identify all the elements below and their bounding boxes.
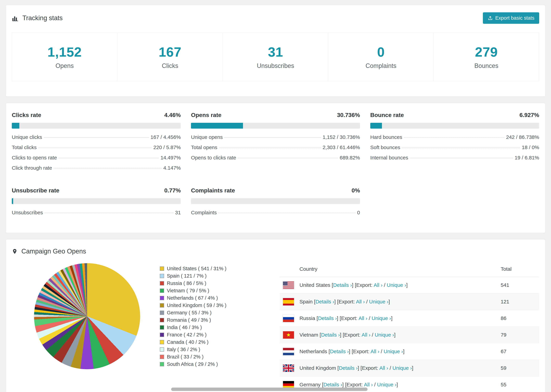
flag-vn-icon: [283, 331, 294, 339]
rate-progress-track: [191, 198, 360, 204]
dotted-leader: [402, 147, 520, 148]
legend-item-spain[interactable]: Spain ( 121 / 7% ): [160, 272, 280, 280]
legend-item-united-states[interactable]: United States ( 541 / 31% ): [160, 265, 280, 272]
legend-item-canada[interactable]: Canada ( 40 / 2% ): [160, 338, 280, 346]
rate-head: Bounce rate 6.927%: [370, 112, 539, 118]
dotted-leader: [238, 158, 338, 158]
legend-item-france[interactable]: France ( 42 / 2% ): [160, 331, 280, 338]
dotted-leader: [404, 137, 504, 138]
legend-swatch: [160, 281, 164, 286]
details-link[interactable]: Details ›: [318, 315, 337, 321]
geo-legend: United States ( 541 / 31% ) Spain ( 121 …: [160, 261, 280, 368]
rate-percent: 4.46%: [164, 112, 181, 118]
geo-table-header: Country Total: [280, 261, 539, 277]
legend-label: Spain ( 121 / 7% ): [167, 273, 206, 279]
stat-value: 0: [377, 44, 385, 60]
stat-line-value: 220 / 5.87%: [153, 145, 181, 150]
details-link[interactable]: Details ›: [315, 299, 334, 304]
dotted-leader: [410, 158, 513, 158]
tracking-stats-card: Tracking stats Export basic stats 1,152 …: [6, 5, 545, 97]
rate-progress-track: [12, 123, 181, 129]
rate-percent: 30.736%: [337, 112, 360, 118]
legend-item-netherlands[interactable]: Netherlands ( 67 / 4% ): [160, 294, 280, 302]
legend-item-germany[interactable]: Germany ( 55 / 3% ): [160, 309, 280, 316]
details-link[interactable]: Details ›: [333, 282, 352, 288]
legend-swatch: [160, 296, 164, 300]
legend-label: United Kingdom ( 59 / 3% ): [167, 302, 226, 308]
total-cell: 59: [501, 365, 539, 371]
rate-progress-fill: [370, 123, 382, 129]
export-unique-link[interactable]: Unique ›: [372, 315, 391, 321]
stat-value: 1,152: [48, 44, 82, 60]
export-unique-link[interactable]: Unique ›: [375, 332, 394, 338]
legend-swatch: [160, 362, 164, 366]
legend-item-romania[interactable]: Romania ( 49 / 3% ): [160, 316, 280, 324]
legend-item-south-africa[interactable]: South Africa ( 29 / 2% ): [160, 361, 280, 368]
legend-swatch: [160, 355, 164, 359]
export-unique-link[interactable]: Unique ›: [393, 365, 412, 371]
export-basic-stats-label: Export basic stats: [495, 15, 534, 21]
tracking-stats-title: Tracking stats: [12, 14, 63, 22]
country-cell: Germany [Details ›] [Export: All › / Uni…: [299, 382, 501, 388]
rate-block-clicks-rate: Clicks rate 4.46% Unique clicks 167 / 4.…: [12, 112, 181, 173]
dotted-leader: [219, 147, 321, 148]
legend-label: United States ( 541 / 31% ): [167, 266, 226, 271]
legend-item-italy[interactable]: Italy ( 36 / 2% ): [160, 346, 280, 353]
location-pin-icon: [12, 248, 18, 255]
geo-table-rows: United States [Details ›] [Export: All ›…: [280, 277, 539, 392]
legend-label: Italy ( 36 / 2% ): [167, 347, 200, 352]
rate-percent: 0%: [352, 187, 360, 194]
stat-line-unique-clicks: Unique clicks 167 / 4.456%: [12, 132, 181, 142]
geo-opens-title: Campaign Geo Opens: [12, 248, 539, 255]
geo-table: Country Total United States [Details ›] …: [280, 261, 539, 392]
legend-swatch: [160, 266, 164, 271]
details-link[interactable]: Details ›: [330, 349, 349, 354]
country-cell: United Kingdom [Details ›] [Export: All …: [299, 365, 501, 371]
flag-nl-icon: [283, 348, 294, 355]
legend-item-russia[interactable]: Russia ( 86 / 5% ): [160, 280, 280, 287]
stat-line-value: 18 / 0%: [522, 145, 539, 150]
stat-line-value: 689.82%: [340, 155, 360, 161]
stat-line-unsubscribes: Unsubscribes 31: [12, 207, 181, 218]
export-all-link[interactable]: All ›: [356, 299, 365, 304]
export-unique-link[interactable]: Unique ›: [369, 299, 389, 304]
legend-item-india[interactable]: India ( 46 / 3% ): [160, 324, 280, 331]
stat-line-label: Total opens: [191, 145, 217, 150]
legend-label: Romania ( 49 / 3% ): [167, 317, 211, 323]
export-all-link[interactable]: All ›: [364, 382, 373, 387]
export-basic-stats-button[interactable]: Export basic stats: [483, 12, 539, 24]
legend-item-brazil[interactable]: Brazil ( 33 / 2% ): [160, 353, 280, 361]
legend-swatch: [160, 340, 164, 344]
stat-box-opens: 1,152 Opens: [12, 33, 117, 81]
rate-head: Opens rate 30.736%: [191, 112, 360, 118]
stats-row: 1,152 Opens167 Clicks31 Unsubscribes0 Co…: [12, 33, 539, 81]
stat-line-value: 14.497%: [161, 155, 181, 161]
export-unique-link[interactable]: Unique ›: [377, 382, 396, 387]
stat-line-label: Clicks to opens rate: [12, 155, 57, 161]
legend-label: Russia ( 86 / 5% ): [167, 280, 206, 286]
table-row-spain: Spain [Details ›] [Export: All › / Uniqu…: [280, 294, 539, 310]
flag-ru-icon: [283, 315, 294, 322]
export-unique-link[interactable]: Unique ›: [384, 349, 403, 354]
details-link[interactable]: Details ›: [339, 365, 358, 371]
legend-item-vietnam[interactable]: Vietnam ( 79 / 5% ): [160, 287, 280, 294]
export-all-link[interactable]: All ›: [361, 332, 370, 338]
rates-grid: Clicks rate 4.46% Unique clicks 167 / 4.…: [12, 112, 539, 218]
export-all-link[interactable]: All ›: [374, 282, 383, 288]
stat-box-bounces: 279 Bounces: [434, 33, 539, 81]
details-link[interactable]: Details ›: [323, 382, 342, 387]
export-all-link[interactable]: All ›: [379, 365, 388, 371]
stat-line-value: 19 / 6.81%: [515, 155, 539, 161]
export-unique-link[interactable]: Unique ›: [387, 282, 406, 288]
export-all-link[interactable]: All ›: [359, 315, 367, 321]
geo-pie-chart[interactable]: [34, 263, 140, 369]
stat-line-value: 4.147%: [163, 165, 181, 171]
legend-item-united-kingdom[interactable]: United Kingdom ( 59 / 3% ): [160, 302, 280, 309]
details-link[interactable]: Details ›: [321, 332, 340, 338]
table-row-united-states: United States [Details ›] [Export: All ›…: [280, 277, 539, 294]
export-all-link[interactable]: All ›: [370, 349, 379, 354]
legend-swatch: [160, 325, 164, 329]
horizontal-scrollbar-thumb[interactable]: [171, 388, 367, 391]
stat-value: 167: [159, 44, 181, 60]
table-row-united-kingdom: United Kingdom [Details ›] [Export: All …: [280, 360, 539, 377]
